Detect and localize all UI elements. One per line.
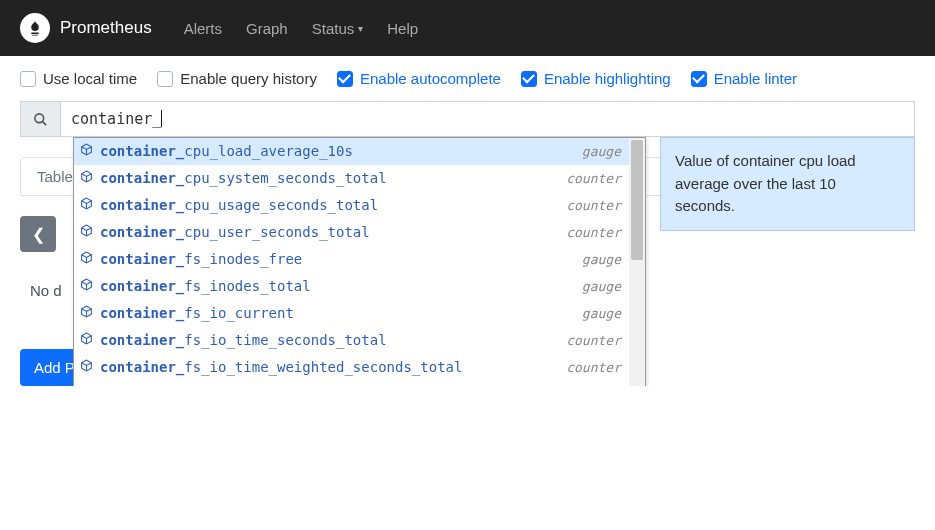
nav-item-alerts[interactable]: Alerts — [172, 20, 234, 37]
metric-name: container_cpu_user_seconds_total — [100, 222, 560, 243]
svg-point-0 — [35, 113, 44, 122]
metric-name: container_fs_io_time_weighted_seconds_to… — [100, 357, 560, 378]
svg-line-1 — [42, 121, 46, 125]
autocomplete-list: container_cpu_load_average_10sgaugeconta… — [74, 138, 629, 386]
metric-icon — [80, 357, 94, 378]
metric-type: gauge — [582, 250, 621, 270]
metric-icon — [80, 249, 94, 270]
time-back-button[interactable]: ❮ — [20, 216, 56, 252]
metric-icon — [80, 222, 94, 243]
option-label: Enable highlighting — [544, 70, 671, 87]
option-enable-linter[interactable]: Enable linter — [691, 70, 797, 87]
option-label: Use local time — [43, 70, 137, 87]
prometheus-logo-icon — [20, 13, 50, 43]
metric-type: counter — [566, 223, 621, 243]
metric-icon — [80, 276, 94, 297]
metric-help-tooltip: Value of container cpu load average over… — [660, 137, 915, 231]
brand[interactable]: Prometheus — [20, 13, 152, 43]
metric-icon — [80, 195, 94, 216]
scrollbar[interactable]: ▲ ▼ — [629, 138, 645, 386]
options-bar: Use local timeEnable query historyEnable… — [0, 56, 935, 101]
autocomplete-item[interactable]: container_fs_inodes_freegauge — [74, 246, 629, 273]
autocomplete-dropdown: container_cpu_load_average_10sgaugeconta… — [73, 137, 646, 386]
search-icon — [33, 112, 48, 127]
checkbox[interactable] — [521, 71, 537, 87]
checkbox[interactable] — [157, 71, 173, 87]
metrics-explorer-button[interactable] — [20, 101, 60, 137]
metric-icon — [80, 141, 94, 162]
metric-icon — [80, 330, 94, 351]
metric-icon — [80, 168, 94, 189]
metric-name: container_fs_inodes_free — [100, 249, 576, 270]
scrollbar-thumb[interactable] — [631, 140, 643, 260]
metric-type: gauge — [582, 277, 621, 297]
chevron-left-icon: ❮ — [32, 225, 45, 244]
option-enable-autocomplete[interactable]: Enable autocomplete — [337, 70, 501, 87]
option-enable-query-history[interactable]: Enable query history — [157, 70, 317, 87]
metric-name: container_fs_io_current — [100, 303, 576, 324]
option-label: Enable query history — [180, 70, 317, 87]
text-cursor — [161, 110, 162, 127]
metric-type: gauge — [582, 304, 621, 324]
autocomplete-item[interactable]: container_cpu_user_seconds_totalcounter — [74, 219, 629, 246]
metric-name: container_fs_limit_bytes — [100, 384, 576, 386]
query-row: container_ — [20, 101, 915, 137]
autocomplete-item[interactable]: container_fs_io_currentgauge — [74, 300, 629, 327]
autocomplete-item[interactable]: container_cpu_usage_seconds_totalcounter — [74, 192, 629, 219]
metric-icon — [80, 303, 94, 324]
checkbox[interactable] — [691, 71, 707, 87]
option-label: Enable linter — [714, 70, 797, 87]
autocomplete-item[interactable]: container_fs_inodes_totalgauge — [74, 273, 629, 300]
main: container_ Table ❮ No d Add P container_… — [0, 101, 935, 386]
metric-icon — [80, 384, 94, 386]
option-enable-highlighting[interactable]: Enable highlighting — [521, 70, 671, 87]
chevron-down-icon: ▾ — [358, 23, 363, 34]
autocomplete-item[interactable]: container_cpu_load_average_10sgauge — [74, 138, 629, 165]
checkbox[interactable] — [20, 71, 36, 87]
checkbox[interactable] — [337, 71, 353, 87]
expression-input[interactable]: container_ — [60, 101, 915, 137]
metric-type: gauge — [582, 385, 621, 386]
autocomplete-item[interactable]: container_fs_io_time_seconds_totalcounte… — [74, 327, 629, 354]
option-label: Enable autocomplete — [360, 70, 501, 87]
autocomplete-item[interactable]: container_cpu_system_seconds_totalcounte… — [74, 165, 629, 192]
metric-type: gauge — [582, 142, 621, 162]
metric-name: container_fs_inodes_total — [100, 276, 576, 297]
autocomplete-item[interactable]: container_fs_limit_bytesgauge — [74, 381, 629, 386]
brand-name: Prometheus — [60, 18, 152, 38]
metric-name: container_cpu_usage_seconds_total — [100, 195, 560, 216]
nav-items: AlertsGraphStatus▾Help — [172, 20, 430, 37]
nav-item-graph[interactable]: Graph — [234, 20, 300, 37]
metric-type: counter — [566, 196, 621, 216]
metric-name: container_cpu_load_average_10s — [100, 141, 576, 162]
option-use-local-time[interactable]: Use local time — [20, 70, 137, 87]
metric-name: container_cpu_system_seconds_total — [100, 168, 560, 189]
metric-name: container_fs_io_time_seconds_total — [100, 330, 560, 351]
nav-item-status[interactable]: Status▾ — [300, 20, 376, 37]
metric-type: counter — [566, 169, 621, 189]
metric-type: counter — [566, 358, 621, 378]
autocomplete-item[interactable]: container_fs_io_time_weighted_seconds_to… — [74, 354, 629, 381]
navbar: Prometheus AlertsGraphStatus▾Help — [0, 0, 935, 56]
metric-type: counter — [566, 331, 621, 351]
nav-item-help[interactable]: Help — [375, 20, 430, 37]
